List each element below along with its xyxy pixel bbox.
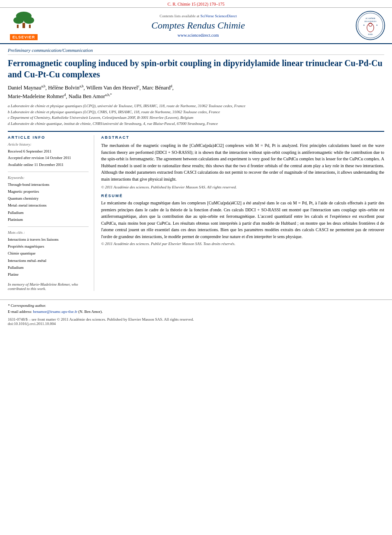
keywords-label: Keywords: bbox=[8, 175, 89, 180]
resume-text: Le mécanisme du couplage magnétique dans… bbox=[101, 200, 384, 240]
doi-line: doi:10.1016/j.crci.2011.10.004 bbox=[8, 322, 384, 326]
email-address[interactable]: benamor@irsamc.ups-tlse.fr bbox=[33, 309, 77, 314]
author-bolvin: Hélène Bolvin bbox=[48, 85, 80, 91]
svg-rect-5 bbox=[17, 25, 19, 28]
abstract-text: The mechanism of the magnetic coupling i… bbox=[101, 142, 384, 182]
issn-line: 1631-0748/$ – see front matter © 2011 Ac… bbox=[8, 317, 384, 322]
sciverse-link[interactable]: SciVerse ScienceDirect bbox=[201, 14, 237, 18]
journal-header: ELSEVIER Contents lists available at Sci… bbox=[0, 8, 392, 44]
article-title: Ferromagnetic coupling induced by spin-o… bbox=[8, 57, 384, 80]
svg-point-3 bbox=[24, 17, 34, 24]
article-info-header: ARTICLE INFO bbox=[8, 135, 89, 140]
sciverse-line: Contents lists available at SciVerse Sci… bbox=[48, 14, 349, 18]
author-maynau: Daniel Maynau bbox=[8, 85, 41, 91]
svg-point-7 bbox=[356, 11, 385, 40]
main-content: Preliminary communication/Communication … bbox=[0, 44, 392, 291]
svg-point-2 bbox=[13, 17, 24, 24]
svg-text:PARIS: PARIS bbox=[368, 33, 373, 35]
mots-cles-list: Interactions à travers les liaisons Prop… bbox=[8, 236, 89, 278]
journal-website: www.sciencedirect.com bbox=[48, 33, 349, 38]
svg-text:✦: ✦ bbox=[376, 24, 378, 26]
received-date: Received 6 September 2011 bbox=[8, 148, 89, 155]
svg-rect-4 bbox=[22, 23, 25, 28]
affiliation-c: c Department of Chemistry, Katholieke Un… bbox=[8, 115, 384, 121]
divider-2 bbox=[8, 226, 89, 227]
keyword-4: Metal–metal interactions bbox=[8, 202, 89, 209]
corresponding-note: * Corresponding author. bbox=[8, 303, 384, 308]
elsevier-tree-icon bbox=[6, 11, 41, 33]
memory-note: In memory of Marie-Madeleine Rohmer, who… bbox=[8, 282, 89, 291]
mots-cle-1: Interactions à travers les liaisons bbox=[8, 236, 89, 243]
accepted-date: Accepted after revision 14 October 2011 bbox=[8, 155, 89, 161]
elsevier-label: ELSEVIER bbox=[10, 34, 38, 40]
mots-cles-label: Mots clés : bbox=[8, 230, 89, 235]
author-benamor: Nadia Ben Amor bbox=[68, 93, 105, 99]
academy-seal-area: ACADÉMIE DES SCIENCES PARIS ✦ ✦ bbox=[353, 10, 388, 41]
journal-title-area: Contents lists available at SciVerse Sci… bbox=[48, 14, 349, 38]
email-label: E-mail address: bbox=[8, 309, 32, 314]
mots-cle-2: Propriétés magnétiques bbox=[8, 243, 89, 250]
affiliation-d: d Laboratoire de chimie quantique, insti… bbox=[8, 121, 384, 127]
email-name: (N. Ben Amor). bbox=[78, 309, 103, 314]
two-column-layout: ARTICLE INFO Article history: Received 6… bbox=[8, 131, 384, 291]
keyword-6: Platinium bbox=[8, 216, 89, 223]
article-type: Preliminary communication/Communication bbox=[8, 44, 384, 55]
available-date: Available online 11 December 2011 bbox=[8, 162, 89, 168]
authors-line: Daniel Maynaua,b, Hélène Bolvina,b, Will… bbox=[8, 83, 384, 101]
author-benard: Marc Bénard bbox=[142, 85, 171, 91]
svg-text:DES SCIENCES: DES SCIENCES bbox=[364, 20, 376, 22]
journal-title: Comptes Rendus Chimie bbox=[48, 20, 349, 31]
resume-copyright: © 2011 Académie des sciences. Publié par… bbox=[101, 242, 384, 246]
academy-seal-icon: ACADÉMIE DES SCIENCES PARIS ✦ ✦ bbox=[355, 10, 386, 41]
affiliation-a: a Laboratoire de chimie et physique quan… bbox=[8, 103, 384, 109]
left-column: ARTICLE INFO Article history: Received 6… bbox=[8, 135, 94, 291]
abstract-copyright: © 2011 Académie des sciences. Published … bbox=[101, 185, 384, 189]
footer: * Corresponding author. E-mail address: … bbox=[0, 299, 392, 330]
keyword-2: Magnetic properties bbox=[8, 188, 89, 195]
mots-cle-3: Chimie quantique bbox=[8, 250, 89, 257]
svg-text:ACADÉMIE: ACADÉMIE bbox=[365, 17, 376, 19]
elsevier-logo-area: ELSEVIER bbox=[4, 11, 43, 40]
author-rohmer: Marie-Madeleine Rohmer bbox=[8, 93, 64, 99]
abstract-header: ABSTRACT bbox=[101, 135, 384, 140]
keywords-list: Through-bond interactions Magnetic prope… bbox=[8, 181, 89, 223]
email-line: E-mail address: benamor@irsamc.ups-tlse.… bbox=[8, 309, 384, 314]
author-heuvel: Willem Van den Heuvel bbox=[86, 85, 138, 91]
divider-1 bbox=[8, 172, 89, 172]
mots-cle-6: Platine bbox=[8, 271, 89, 278]
keyword-1: Through-bond interactions bbox=[8, 181, 89, 188]
journal-reference: C. R. Chimie 15 (2012) 170–175 bbox=[0, 0, 392, 8]
history-label: Article history: bbox=[8, 142, 89, 146]
svg-rect-6 bbox=[29, 25, 31, 28]
mots-cle-4: Interactions métal–métal bbox=[8, 257, 89, 264]
article-dates: Received 6 September 2011 Accepted after… bbox=[8, 148, 89, 168]
svg-text:✦: ✦ bbox=[363, 24, 365, 26]
keyword-5: Palladium bbox=[8, 209, 89, 216]
resume-header: RÉSUMÉ bbox=[101, 194, 384, 198]
keyword-3: Quantum chemistry bbox=[8, 195, 89, 202]
mots-cle-5: Palladium bbox=[8, 264, 89, 271]
affiliation-b: b Laboratoire de chimie et physique quan… bbox=[8, 109, 384, 115]
affiliations: a Laboratoire de chimie et physique quan… bbox=[8, 103, 384, 127]
right-column: ABSTRACT The mechanism of the magnetic c… bbox=[101, 135, 384, 291]
